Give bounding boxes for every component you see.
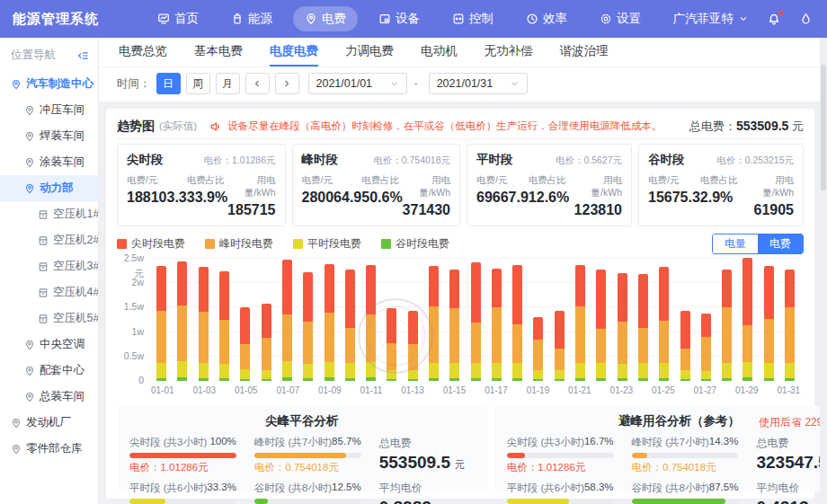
company-dropdown[interactable]: 广汽菲亚特 <box>673 11 750 27</box>
nav-item-device[interactable]: 设备 <box>367 6 431 31</box>
progress-track <box>632 499 739 504</box>
toggle-option-电量[interactable]: 电量 <box>713 234 758 253</box>
end-date-value: 2021/01/31 <box>437 77 494 90</box>
total-value: 0.8982 元 <box>379 498 475 504</box>
mode-button-周[interactable]: 周 <box>186 73 210 94</box>
scrollbar-thumb[interactable] <box>821 65 826 190</box>
stat-ratio-value: 50.6% <box>361 190 402 206</box>
bar-slot-01-02 <box>172 259 192 381</box>
period-price: 电价：0.253215元 <box>716 155 794 167</box>
sidebar-item-总装车间[interactable]: 总装车间 <box>0 384 98 410</box>
tab-电度电费[interactable]: 电度电费 <box>270 38 318 66</box>
total-block-平均电价: 平均电价0.8982 元 <box>379 481 475 504</box>
sidebar-item-汽车制造中心[interactable]: 汽车制造中心 <box>0 71 98 97</box>
bar-segment <box>282 361 292 377</box>
sidebar-item-冲压车间[interactable]: 冲压车间 <box>0 97 98 123</box>
bar-segment <box>156 378 166 381</box>
sidebar-item-焊装车间[interactable]: 焊装车间 <box>0 123 98 149</box>
sidebar-item-label: 空压机5# <box>53 311 99 326</box>
tab-无功补偿[interactable]: 无功补偿 <box>485 38 533 66</box>
sidebar-item-空压机2#[interactable]: 空压机2# <box>0 227 98 253</box>
analysis-item-峰时段 (共7小时): 峰时段 (共7小时)14.3%电价：0.754018元 <box>632 436 739 474</box>
tab-电动机[interactable]: 电动机 <box>421 38 458 66</box>
sidebar-item-空压机4#[interactable]: 空压机4# <box>0 279 98 305</box>
legend-item-谷时段电费[interactable]: 谷时段电费 <box>381 236 449 252</box>
progress-track <box>254 499 361 504</box>
bar-segment <box>785 378 795 381</box>
legend-swatch <box>205 239 215 249</box>
sidebar-item-空压机5#[interactable]: 空压机5# <box>0 305 98 332</box>
stacked-bar-01-15 <box>449 270 459 381</box>
end-date-select[interactable]: 2021/01/31 <box>429 73 528 94</box>
legend-row: 尖时段电费峰时段电费平时段电费谷时段电费 电量电费 <box>117 234 804 254</box>
sidebar-item-动力部[interactable]: 动力部 <box>0 175 98 201</box>
sidebar-item-label: 动力部 <box>40 181 74 196</box>
tab-力调电费[interactable]: 力调电费 <box>345 38 394 66</box>
analysis-item-平时段 (共6小时): 平时段 (共6小时)58.3%电价：0.5627元 <box>507 482 614 504</box>
legend-item-尖时段电费[interactable]: 尖时段电费 <box>117 236 185 252</box>
prev-period-button[interactable] <box>245 73 270 94</box>
x-tick-label <box>466 385 485 395</box>
legend-item-平时段电费[interactable]: 平时段电费 <box>293 236 361 252</box>
analysis-item-pct: 100% <box>209 436 236 449</box>
total-label: 平均电价 <box>379 481 475 496</box>
nav-item-electricity-fee[interactable]: 电费 <box>293 6 358 31</box>
bar-slot-01-03 <box>193 259 214 381</box>
date-separator: - <box>414 77 418 90</box>
sidebar-item-中央空调[interactable]: 中央空调 <box>0 332 98 358</box>
bar-segment <box>596 378 606 381</box>
bar-segment <box>345 363 355 378</box>
stacked-bar-01-12 <box>387 308 396 381</box>
tab-基本电费[interactable]: 基本电费 <box>194 38 243 66</box>
notifications-button[interactable] <box>767 12 781 26</box>
nav-item-control[interactable]: 控制 <box>440 6 505 31</box>
mode-button-日[interactable]: 日 <box>156 73 181 94</box>
bar-segment <box>219 364 229 378</box>
bar-segment <box>366 265 376 314</box>
sidebar-item-空压机3#[interactable]: 空压机3# <box>0 253 98 279</box>
analysis-item-pct: 14.3% <box>709 436 739 449</box>
sidebar-item-零件部仓库[interactable]: 零件部仓库 <box>0 436 98 462</box>
x-tick-label: 01-11 <box>360 385 382 395</box>
start-date-select[interactable]: 2021/01/01 <box>308 73 407 94</box>
legend-swatch <box>381 239 391 249</box>
bar-segment <box>366 377 376 381</box>
location-pin-icon <box>24 105 35 116</box>
sidebar-item-配套中心[interactable]: 配套中心 <box>0 358 98 384</box>
analysis-totals: 总电费553509.5 元平均电价0.8982 元 <box>379 436 475 504</box>
bar-segment <box>492 378 502 381</box>
water-drop-icon[interactable] <box>799 12 813 26</box>
legend-item-峰时段电费[interactable]: 峰时段电费 <box>205 236 273 252</box>
location-pin-icon <box>11 418 22 429</box>
bar-segment <box>533 370 543 379</box>
stat-ratio-label: 电费占比 <box>361 174 402 187</box>
bar-segment <box>408 370 418 379</box>
stacked-bar-01-09 <box>325 264 334 381</box>
content-area: 趋势图 (实际值) 设备尽量在峰段（高电价）时刻检修，在平或谷（低电价）生产运行… <box>99 102 827 504</box>
layout: 位置导航 汽车制造中心冲压车间焊装车间涂装车间动力部空压机1#空压机2#空压机3… <box>0 38 827 504</box>
analysis-item-head: 平时段 (共6小时)58.3% <box>507 482 614 495</box>
sidebar-item-空压机1#[interactable]: 空压机1# <box>0 201 98 227</box>
chevron-right-icon <box>281 78 292 89</box>
top-navbar: 能源管理系统 首页能源电费设备控制效率设置 广汽菲亚特 <box>0 0 827 38</box>
tab-电费总览[interactable]: 电费总览 <box>119 38 167 66</box>
nav-item-efficiency[interactable]: 效率 <box>514 6 579 31</box>
bar-segment <box>785 307 795 363</box>
tab-谐波治理[interactable]: 谐波治理 <box>560 38 609 66</box>
toggle-option-电费[interactable]: 电费 <box>758 234 803 253</box>
progress-track <box>254 453 361 458</box>
sidebar-item-发动机厂[interactable]: 发动机厂 <box>0 410 98 436</box>
mode-button-月[interactable]: 月 <box>216 73 240 94</box>
stacked-bar-01-20 <box>555 311 565 381</box>
stacked-bar-01-23 <box>618 273 627 381</box>
collapse-sidebar-icon[interactable] <box>76 49 89 62</box>
next-period-button[interactable] <box>275 73 299 94</box>
nav-item-energy[interactable]: 能源 <box>219 6 284 31</box>
bar-slot-01-01 <box>151 259 172 381</box>
stacked-bar-01-30 <box>764 266 774 381</box>
nav-item-settings[interactable]: 设置 <box>588 6 653 31</box>
sidebar-item-涂装车间[interactable]: 涂装车间 <box>0 149 98 175</box>
location-tree: 汽车制造中心冲压车间焊装车间涂装车间动力部空压机1#空压机2#空压机3#空压机4… <box>0 71 98 462</box>
bar-segment <box>199 312 209 363</box>
nav-item-home[interactable]: 首页 <box>146 6 210 31</box>
